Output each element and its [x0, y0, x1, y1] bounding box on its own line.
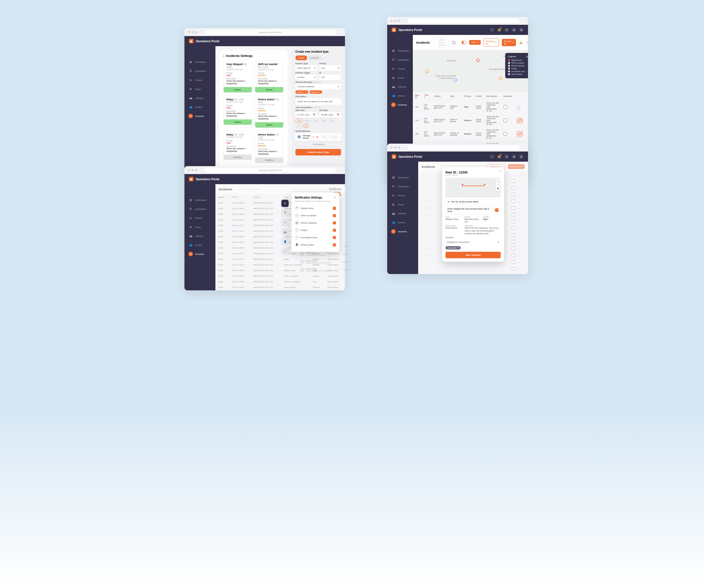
- edit-icon[interactable]: ✎: [495, 208, 499, 212]
- incident-card[interactable]: ⋮ Device Status (ID: 123) Updated 2 hrs …: [255, 131, 284, 163]
- map-pin[interactable]: [499, 77, 503, 80]
- open-icon[interactable]: ↗: [522, 180, 526, 182]
- add-watcher-button[interactable]: + Add Watcher: [295, 142, 341, 147]
- search-input[interactable]: ⌕Search for an alert…: [235, 186, 342, 192]
- resolved-checkbox[interactable]: [512, 233, 515, 237]
- note-icon[interactable]: ▭: [517, 187, 521, 189]
- sidebar-item-stops[interactable]: ◉Stops: [387, 200, 418, 209]
- open-icon[interactable]: ↗: [522, 207, 526, 209]
- more-icon[interactable]: ⋮: [279, 98, 281, 101]
- legend-item[interactable]: Delays: [508, 68, 528, 69]
- col-ride-id[interactable]: Ride ID: [216, 194, 230, 200]
- sidebar-item-dashboard[interactable]: ▦Dashboard: [387, 46, 413, 55]
- search-icon[interactable]: ⌕: [332, 169, 334, 172]
- user-icon[interactable]: ◉: [512, 154, 516, 159]
- note-icon[interactable]: ▭: [517, 268, 521, 270]
- delete-icon[interactable]: 🗑: [316, 136, 318, 138]
- legend-item[interactable]: Device status: [508, 73, 528, 75]
- incident-card[interactable]: ⋮ Delay (ID: 123) Updated 2 hrs ago Prio…: [223, 131, 252, 163]
- resolved-checkbox[interactable]: [504, 132, 507, 136]
- more-icon[interactable]: ⋮: [247, 133, 249, 136]
- power-icon[interactable]: ⏻: [519, 27, 524, 32]
- tab-active[interactable]: Active: [295, 55, 307, 60]
- sidebar-item-operations[interactable]: ≣Operations: [387, 182, 418, 191]
- day-sat[interactable]: Sat: [302, 124, 309, 128]
- open-icon[interactable]: ↗: [522, 261, 526, 263]
- desc-input[interactable]: Driver has not signed on for their shift: [295, 98, 341, 105]
- sidebar-item-routes[interactable]: ⇆Routes: [387, 191, 418, 200]
- route-chip[interactable]: Route 2 ✕: [309, 91, 322, 94]
- sidebar-item-incidents[interactable]: ①Incidents: [387, 100, 413, 109]
- note-icon[interactable]: ▭: [517, 214, 521, 216]
- note-icon[interactable]: ▭: [517, 207, 521, 209]
- col-description[interactable]: Description: [484, 93, 501, 100]
- sidebar-item-incidents[interactable]: ①Incidents: [184, 112, 216, 121]
- legend-item[interactable]: Skipped stop: [508, 59, 528, 61]
- note-icon[interactable]: ▭: [517, 227, 521, 230]
- notif-checkbox[interactable]: ✓: [333, 236, 336, 239]
- table-row[interactable]: 153Feb 18, 09:50MERCEDES BUS-123Skipped …: [413, 100, 528, 114]
- incident-type-select[interactable]: Driver Sign On▾: [295, 65, 317, 71]
- sidebar-item-drivers[interactable]: 👥Drivers: [387, 218, 418, 227]
- gear-icon[interactable]: ⚙: [504, 27, 509, 32]
- remove-chip-icon[interactable]: ✕: [305, 91, 307, 93]
- log-item[interactable]: David TangIs late signing on for his shi…: [300, 258, 349, 266]
- sidebar-item-incidents[interactable]: ①Incidents: [184, 249, 216, 258]
- email-button[interactable]: Email: [330, 135, 339, 139]
- save-button[interactable]: Save changes: [446, 252, 501, 258]
- notif-checkbox[interactable]: ✓: [333, 243, 336, 246]
- edit-icon[interactable]: ✎: [312, 136, 314, 138]
- close-icon[interactable]: ✕: [500, 170, 502, 173]
- resolved-checkbox[interactable]: [512, 260, 515, 264]
- more-icon[interactable]: ⋮: [247, 98, 249, 101]
- sms-button[interactable]: SMS: [320, 135, 329, 139]
- resolved-checkbox[interactable]: [512, 199, 515, 203]
- note-icon[interactable]: ▭: [517, 261, 521, 263]
- col-action[interactable]: [515, 93, 525, 100]
- resolved-checkbox[interactable]: [512, 186, 515, 189]
- search-icon[interactable]: ⌕: [490, 154, 494, 159]
- col-priority[interactable]: Priority: [462, 93, 474, 100]
- detail-map[interactable]: 📍 📍 + − ◉: [446, 178, 501, 197]
- incidents-map[interactable]: Rossmore Coles ALDI Bunnings Warehouse M…: [413, 50, 528, 93]
- incident-card[interactable]: ⋮ Shift not started (ID: 123) Updated 2 …: [255, 60, 284, 93]
- resolved-checkbox[interactable]: [512, 226, 515, 230]
- sidebar-item-dashboard[interactable]: ▦Dashboard: [184, 195, 216, 204]
- more-icon[interactable]: ⋮: [279, 63, 281, 66]
- open-icon[interactable]: ↗: [522, 221, 526, 223]
- back-icon[interactable]: ‹: [223, 54, 224, 57]
- note-button[interactable]: + Add Note: [517, 103, 523, 111]
- sidebar-item-operations[interactable]: ≣Operations: [184, 204, 216, 214]
- sidebar-item-drivers[interactable]: 👥Drivers: [387, 91, 413, 100]
- clock-side-icon[interactable]: ⏱: [281, 219, 289, 226]
- note-button[interactable]: View Note: [517, 118, 523, 123]
- incident-card[interactable]: ⋮ Delay (ID: 123) Updated 2 hrs ago Prio…: [223, 96, 252, 128]
- note-button[interactable]: View Note: [517, 131, 523, 137]
- sidebar-item-stops[interactable]: ◉Stops: [184, 84, 216, 94]
- shield-side-icon[interactable]: 🛡: [281, 247, 289, 255]
- col-ride-id[interactable]: Ride ID: [413, 93, 422, 100]
- note-icon[interactable]: ▭: [517, 221, 521, 223]
- time-filter[interactable]: Time▾: [469, 40, 480, 45]
- col-resolved[interactable]: Resolved: [501, 93, 515, 100]
- chevron-up-icon[interactable]: ▴: [527, 55, 528, 58]
- day-wed[interactable]: Wed: [319, 119, 327, 123]
- open-icon[interactable]: ↗: [527, 106, 528, 108]
- resolved-checkbox[interactable]: [512, 267, 515, 271]
- create-incident-button[interactable]: Create Incident Type: [295, 149, 341, 156]
- open-icon[interactable]: ↗: [527, 133, 528, 135]
- open-icon[interactable]: ↗: [522, 234, 526, 236]
- resolved-checkbox[interactable]: [512, 193, 515, 196]
- open-icon[interactable]: ↗: [522, 200, 526, 202]
- notif-checkbox[interactable]: ✓: [333, 207, 336, 210]
- bus-side-icon[interactable]: 🚌: [281, 228, 289, 236]
- open-icon[interactable]: ↗: [522, 268, 526, 270]
- open-icon[interactable]: ↗: [522, 254, 526, 256]
- day-sun[interactable]: Sun: [295, 119, 303, 123]
- tab-inactive[interactable]: Inactive: [308, 55, 322, 60]
- day-fri[interactable]: Fri: [295, 124, 302, 128]
- sidebar-item-incidents[interactable]: ①Incidents: [387, 227, 418, 236]
- resolved-checkbox[interactable]: [512, 247, 515, 250]
- sidebar-item-routes[interactable]: ⇆Routes: [387, 64, 413, 73]
- note-icon[interactable]: ▭: [517, 254, 521, 256]
